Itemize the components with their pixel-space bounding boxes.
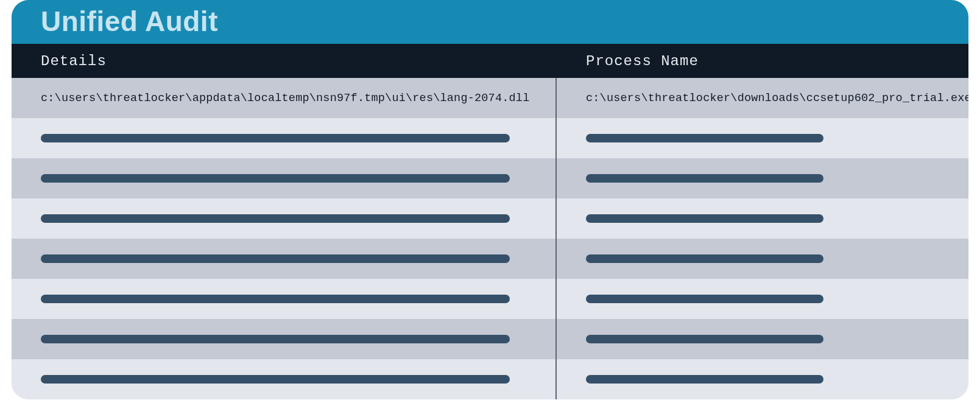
cell-details (12, 319, 557, 359)
placeholder-bar (41, 375, 510, 384)
table-body: c:\users\threatlocker\appdata\localtemp\… (12, 78, 968, 399)
column-header-process-label: Process Name (586, 53, 699, 69)
cell-process (557, 158, 968, 198)
table-row[interactable] (12, 239, 968, 279)
cell-details (12, 198, 557, 239)
table-row[interactable] (12, 319, 968, 359)
placeholder-bar (41, 254, 510, 263)
table-row[interactable]: c:\users\threatlocker\appdata\localtemp\… (12, 78, 968, 118)
placeholder-bar (586, 335, 823, 343)
cell-details (12, 158, 557, 198)
cell-details (12, 359, 557, 399)
cell-details: c:\users\threatlocker\appdata\localtemp\… (12, 78, 557, 118)
cell-process (557, 239, 968, 279)
placeholder-bar (586, 174, 823, 183)
placeholder-bar (586, 295, 823, 303)
table-row[interactable] (12, 198, 968, 239)
unified-audit-panel: Unified Audit Details Process Name c:\us… (12, 0, 968, 399)
panel-titlebar: Unified Audit (12, 0, 968, 44)
cell-process-text: c:\users\threatlocker\downloads\ccsetup6… (586, 92, 968, 105)
cell-process (557, 198, 968, 239)
table-row[interactable] (12, 158, 968, 198)
placeholder-bar (586, 134, 823, 142)
table-row[interactable] (12, 118, 968, 158)
placeholder-bar (41, 335, 510, 343)
cell-details (12, 279, 557, 319)
column-header-process[interactable]: Process Name (557, 44, 968, 78)
cell-process (557, 359, 968, 399)
column-header-details[interactable]: Details (12, 44, 557, 78)
table-header: Details Process Name (12, 44, 968, 78)
placeholder-bar (41, 174, 510, 183)
placeholder-bar (586, 254, 823, 263)
column-header-details-label: Details (41, 53, 107, 69)
table-row[interactable] (12, 279, 968, 319)
cell-details (12, 118, 557, 158)
cell-details-text: c:\users\threatlocker\appdata\localtemp\… (41, 92, 529, 105)
placeholder-bar (41, 214, 510, 223)
panel-title: Unified Audit (41, 5, 218, 38)
placeholder-bar (41, 295, 510, 303)
placeholder-bar (41, 134, 510, 142)
cell-details (12, 239, 557, 279)
placeholder-bar (586, 214, 823, 223)
table-row[interactable] (12, 359, 968, 399)
cell-process: c:\users\threatlocker\downloads\ccsetup6… (557, 78, 968, 118)
cell-process (557, 279, 968, 319)
cell-process (557, 118, 968, 158)
placeholder-bar (586, 375, 823, 384)
cell-process (557, 319, 968, 359)
